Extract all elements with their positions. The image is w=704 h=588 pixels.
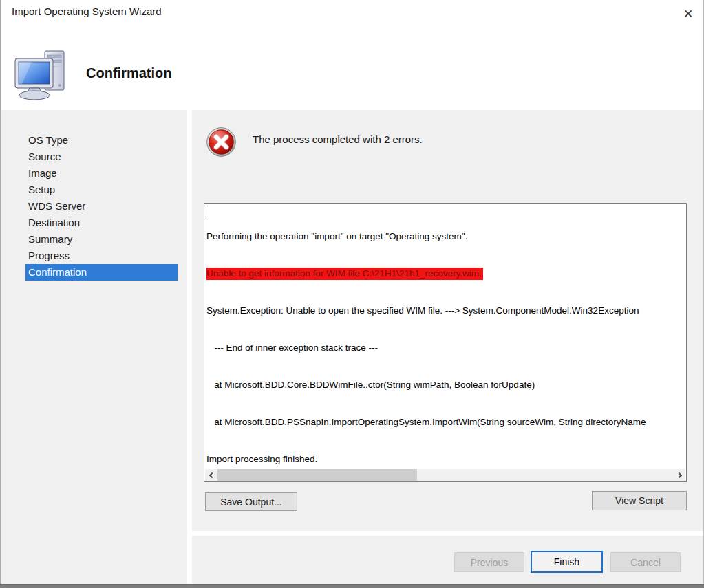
output-line: at Microsoft.BDD.PSSnapIn.ImportOperatin… bbox=[206, 416, 685, 428]
close-button[interactable]: ✕ bbox=[677, 3, 699, 24]
scroll-right-button[interactable] bbox=[674, 469, 685, 481]
close-icon: ✕ bbox=[683, 8, 693, 20]
page-title: Confirmation bbox=[86, 65, 171, 81]
window-border-left bbox=[0, 0, 1, 588]
output-line: Import processing finished. bbox=[206, 453, 685, 466]
sidebar-item-setup[interactable]: Setup bbox=[25, 182, 178, 198]
output-text: Performing the operation "import" on tar… bbox=[206, 206, 685, 468]
output-line: at Microsoft.BDD.Core.BDDWimFile..ctor(S… bbox=[206, 379, 685, 391]
horizontal-scrollbar[interactable] bbox=[205, 469, 685, 481]
window-title: Import Operating System Wizard bbox=[12, 6, 162, 17]
scroll-left-button[interactable] bbox=[205, 469, 217, 481]
finish-button[interactable]: Finish bbox=[531, 551, 603, 573]
previous-button[interactable]: Previous bbox=[454, 552, 524, 572]
sidebar-item-confirmation[interactable]: Confirmation bbox=[25, 264, 178, 281]
wizard-steps-list: OS Type Source Image Setup WDS Server De… bbox=[25, 132, 178, 281]
sidebar-item-destination[interactable]: Destination bbox=[25, 215, 178, 231]
save-output-button[interactable]: Save Output... bbox=[205, 492, 297, 511]
computer-icon bbox=[12, 48, 69, 103]
scrollbar-thumb[interactable] bbox=[217, 469, 417, 481]
view-script-button[interactable]: View Script bbox=[592, 491, 687, 510]
chevron-left-icon bbox=[209, 472, 214, 477]
output-line: System.Exception: Unable to open the spe… bbox=[206, 305, 685, 317]
sidebar-item-source[interactable]: Source bbox=[25, 149, 178, 165]
sidebar-divider bbox=[187, 110, 192, 584]
sidebar-item-wds-server[interactable]: WDS Server bbox=[25, 198, 178, 215]
sidebar-item-image[interactable]: Image bbox=[25, 165, 178, 182]
status-message: The process completed with 2 errors. bbox=[253, 133, 423, 145]
error-icon bbox=[206, 127, 236, 160]
wizard-window: Import Operating System Wizard ✕ bbox=[0, 0, 704, 588]
sidebar-item-progress[interactable]: Progress bbox=[25, 248, 178, 264]
output-line-error: Unable to get information for WIM file C… bbox=[206, 268, 483, 280]
sidebar-item-os-type[interactable]: OS Type bbox=[25, 132, 178, 149]
cancel-button[interactable]: Cancel bbox=[610, 552, 681, 572]
output-textbox[interactable]: Performing the operation "import" on tar… bbox=[204, 203, 687, 482]
output-line: --- End of inner exception stack trace -… bbox=[206, 342, 685, 354]
output-line: Performing the operation "import" on tar… bbox=[206, 230, 685, 243]
footer-divider bbox=[192, 531, 704, 536]
sidebar-item-summary[interactable]: Summary bbox=[25, 231, 178, 248]
window-border-bottom bbox=[0, 584, 704, 588]
chevron-right-icon bbox=[676, 472, 681, 477]
